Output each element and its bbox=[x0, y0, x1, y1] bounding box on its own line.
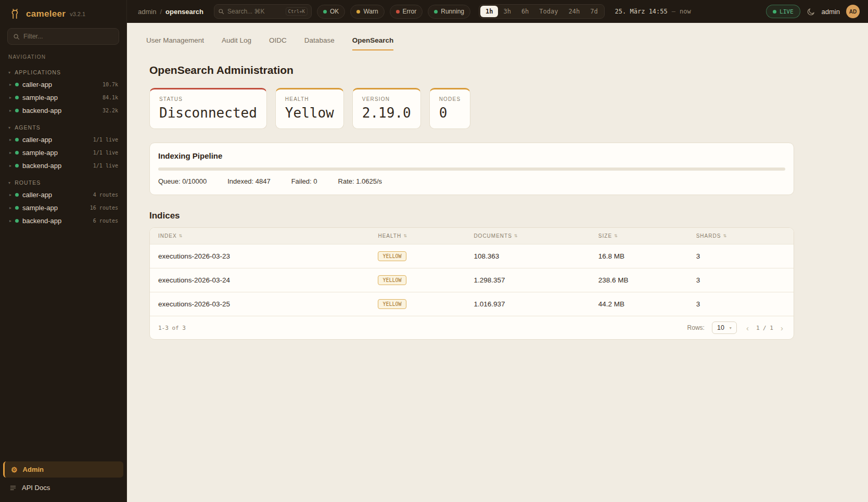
sidebar-item-label: backend-app bbox=[22, 217, 61, 225]
section-label: APPLICATIONS bbox=[15, 69, 61, 75]
chevron-down-icon: ▾ bbox=[8, 181, 11, 185]
filter-ok-button[interactable]: OK bbox=[317, 5, 345, 19]
sidebar-item-sample-app[interactable]: ▸ sample-app 84.1k bbox=[0, 91, 126, 104]
status-dot bbox=[15, 83, 19, 86]
navigation-label: NAVIGATION bbox=[0, 54, 126, 60]
next-page-button[interactable]: › bbox=[778, 324, 785, 332]
tab-oidc[interactable]: OIDC bbox=[269, 36, 287, 50]
rows-per-page-label: Rows: bbox=[687, 324, 705, 331]
sidebar-item-badge: 32.2k bbox=[103, 108, 118, 113]
stat-value: Disconnected bbox=[159, 105, 257, 121]
cell-size: 16.8 MB bbox=[598, 252, 696, 260]
table-row[interactable]: executions-2026-03-23 YELLOW 108.363 16.… bbox=[150, 244, 794, 268]
stat-card-nodes: NODES 0 bbox=[429, 88, 471, 129]
app-version: v3.2.1 bbox=[70, 11, 85, 17]
sort-icon: ⇅ bbox=[614, 234, 618, 238]
tab-user-management[interactable]: User Management bbox=[146, 36, 204, 50]
sidebar: cameleer v3.2.1 NAVIGATION ▾ APPLICATION… bbox=[0, 0, 127, 502]
sidebar-section-agents[interactable]: ▾ AGENTS bbox=[0, 117, 126, 133]
sidebar-item-label: caller-app bbox=[22, 136, 52, 144]
sidebar-item-route-sample-app[interactable]: ▸ sample-app 16 routes bbox=[0, 201, 126, 214]
filter-input[interactable] bbox=[23, 33, 113, 40]
range-3h-button[interactable]: 3h bbox=[498, 6, 516, 17]
sidebar-item-admin[interactable]: ⚙ Admin bbox=[3, 461, 123, 478]
column-header-documents[interactable]: DOCUMENTS ⇅ bbox=[474, 233, 598, 239]
status-dot bbox=[15, 151, 19, 155]
search-input[interactable] bbox=[227, 8, 282, 15]
stat-value: 0 bbox=[439, 105, 461, 121]
range-6h-button[interactable]: 6h bbox=[516, 6, 534, 17]
status-dot bbox=[15, 96, 19, 99]
avatar[interactable]: AD bbox=[846, 5, 860, 18]
filter-error-button[interactable]: Error bbox=[390, 5, 423, 19]
cell-index: executions-2026-03-24 bbox=[158, 276, 378, 284]
sidebar-item-api-docs[interactable]: API Docs bbox=[3, 480, 123, 496]
datetime-separator: — bbox=[672, 8, 675, 15]
status-dot bbox=[15, 219, 19, 223]
tab-opensearch[interactable]: OpenSearch bbox=[352, 36, 394, 50]
indexing-pipeline-card: Indexing Pipeline Queue: 0/10000 Indexed… bbox=[149, 143, 794, 195]
sidebar-item-agent-sample-app[interactable]: ▸ sample-app 1/1 live bbox=[0, 146, 126, 159]
column-header-health[interactable]: HEALTH ⇅ bbox=[378, 233, 474, 239]
sidebar-filter[interactable] bbox=[7, 28, 119, 45]
sidebar-item-route-caller-app[interactable]: ▸ caller-app 4 routes bbox=[0, 188, 126, 201]
dark-mode-toggle[interactable] bbox=[807, 7, 815, 16]
search-icon bbox=[13, 33, 20, 40]
filter-running-button[interactable]: Running bbox=[428, 5, 470, 19]
sidebar-item-label: caller-app bbox=[22, 81, 52, 88]
chevron-right-icon: ▸ bbox=[9, 95, 11, 100]
rows-per-page-select[interactable]: 10 ▾ bbox=[712, 321, 737, 334]
stat-card-version: VERSION 2.19.0 bbox=[352, 88, 421, 129]
column-header-size[interactable]: SIZE ⇅ bbox=[598, 233, 696, 239]
chevron-right-icon: ▸ bbox=[9, 205, 11, 210]
cell-size: 44.2 MB bbox=[598, 300, 696, 308]
range-1h-button[interactable]: 1h bbox=[480, 6, 498, 17]
right-column: admin / opensearch Ctrl+K OK Warn bbox=[127, 0, 868, 502]
sidebar-item-route-backend-app[interactable]: ▸ backend-app 6 routes bbox=[0, 214, 126, 227]
sidebar-section-routes[interactable]: ▾ ROUTES bbox=[0, 172, 126, 188]
status-dot bbox=[15, 206, 19, 210]
table-row[interactable]: executions-2026-03-25 YELLOW 1.016.937 4… bbox=[150, 292, 794, 316]
pipeline-title: Indexing Pipeline bbox=[158, 151, 785, 160]
stat-value: 2.19.0 bbox=[362, 105, 411, 121]
section-label: ROUTES bbox=[15, 179, 41, 186]
tab-database[interactable]: Database bbox=[304, 36, 335, 50]
sidebar-item-agent-backend-app[interactable]: ▸ backend-app 1/1 live bbox=[0, 159, 126, 172]
filter-label: Warn bbox=[363, 8, 378, 15]
prev-page-button[interactable]: ‹ bbox=[744, 324, 751, 332]
breadcrumb-opensearch: opensearch bbox=[165, 8, 203, 16]
sidebar-item-agent-caller-app[interactable]: ▸ caller-app 1/1 live bbox=[0, 133, 126, 146]
sidebar-section-applications[interactable]: ▾ APPLICATIONS bbox=[0, 62, 126, 78]
column-header-index[interactable]: INDEX ⇅ bbox=[158, 233, 378, 239]
sidebar-item-caller-app[interactable]: ▸ caller-app 10.7k bbox=[0, 78, 126, 91]
tab-audit-log[interactable]: Audit Log bbox=[222, 36, 251, 50]
column-header-shards[interactable]: SHARDS ⇅ bbox=[696, 233, 785, 239]
table-row[interactable]: executions-2026-03-24 YELLOW 1.298.357 2… bbox=[150, 268, 794, 292]
range-24h-button[interactable]: 24h bbox=[563, 6, 585, 17]
sidebar-item-label: sample-app bbox=[22, 149, 58, 157]
health-badge: YELLOW bbox=[378, 275, 406, 285]
row-range-label: 1-3 of 3 bbox=[158, 325, 186, 331]
chevron-right-icon: ▸ bbox=[9, 192, 11, 197]
cell-shards: 3 bbox=[696, 252, 785, 260]
chevron-down-icon: ▾ bbox=[8, 70, 11, 75]
chevron-down-icon: ▾ bbox=[8, 125, 11, 130]
range-7d-button[interactable]: 7d bbox=[585, 6, 603, 17]
admin-tabs: User Management Audit Log OIDC Database … bbox=[146, 36, 794, 50]
filter-label: OK bbox=[330, 8, 339, 15]
chevron-right-icon: ▸ bbox=[9, 108, 11, 113]
pipeline-rate: Rate: 1.0625/s bbox=[338, 177, 382, 185]
cell-index: executions-2026-03-23 bbox=[158, 252, 378, 260]
sidebar-item-badge: 4 routes bbox=[93, 192, 118, 198]
filter-warn-button[interactable]: Warn bbox=[350, 5, 384, 19]
global-search[interactable]: Ctrl+K bbox=[214, 4, 312, 19]
range-today-button[interactable]: Today bbox=[534, 6, 563, 17]
sidebar-item-backend-app[interactable]: ▸ backend-app 32.2k bbox=[0, 104, 126, 117]
indices-title: Indices bbox=[149, 211, 794, 221]
error-dot-icon bbox=[396, 10, 400, 14]
topbar-right: LIVE admin AD bbox=[766, 5, 860, 18]
live-toggle[interactable]: LIVE bbox=[766, 5, 800, 18]
moon-icon bbox=[807, 7, 815, 16]
sidebar-item-label: sample-app bbox=[22, 94, 58, 101]
breadcrumb-admin[interactable]: admin bbox=[138, 8, 156, 16]
